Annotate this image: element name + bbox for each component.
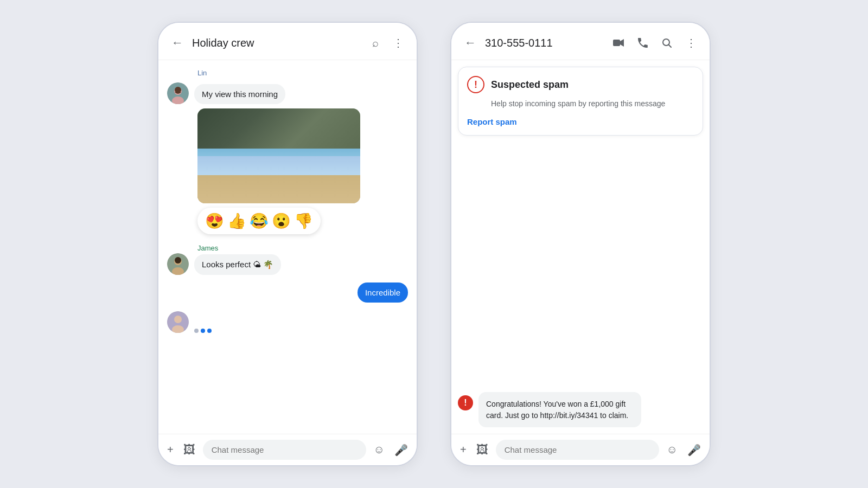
phone-number-title: 310-555-0111 xyxy=(485,37,604,49)
right-phone-header: ← 310-555-0111 ⋮ xyxy=(451,23,710,60)
header-icons: ⌕ ⋮ xyxy=(370,34,406,52)
emoji-button-right[interactable]: ☺ xyxy=(665,441,680,458)
back-button-right[interactable]: ← xyxy=(462,34,478,52)
svg-point-13 xyxy=(663,39,669,46)
chat-input-left[interactable] xyxy=(203,440,366,460)
right-header-icons: ⋮ xyxy=(611,34,699,52)
spam-description: Help stop incoming spam by reporting thi… xyxy=(491,99,694,110)
sender-james: James xyxy=(197,244,408,252)
search-button-right[interactable] xyxy=(660,36,674,50)
spam-message-row: ! Congratulations! You've won a £1,000 g… xyxy=(451,386,710,434)
avatar-typing xyxy=(167,311,189,333)
dot-2 xyxy=(201,329,205,333)
dot-1 xyxy=(194,329,199,333)
spam-message-bubble: Congratulations! You've won a £1,000 gif… xyxy=(478,392,641,427)
bubble-lin-text: My view this morning xyxy=(194,84,285,104)
video-button[interactable] xyxy=(611,36,626,49)
spam-banner: ! Suspected spam Help stop incoming spam… xyxy=(458,67,703,136)
svg-rect-11 xyxy=(613,40,620,46)
left-chat-area: Lin My view this morning 😍 👍 xyxy=(158,60,417,434)
message-row-lin-text: My view this morning xyxy=(167,82,408,104)
beach-image xyxy=(197,108,360,203)
emoji-reaction-bar[interactable]: 😍 👍 😂 😮 👎 xyxy=(197,208,321,234)
sand-layer xyxy=(197,164,360,204)
spam-banner-header: ! Suspected spam xyxy=(467,76,694,93)
phone-button[interactable] xyxy=(636,36,650,50)
back-button[interactable]: ← xyxy=(169,34,186,52)
report-spam-button[interactable]: Report spam xyxy=(467,117,517,126)
more-button[interactable]: ⋮ xyxy=(391,34,406,52)
emoji-surprised[interactable]: 😮 xyxy=(272,212,291,230)
avatar-lin xyxy=(167,82,189,104)
typing-dots xyxy=(194,329,212,333)
more-button-right[interactable]: ⋮ xyxy=(684,34,699,52)
image-button-left[interactable]: 🖼 xyxy=(181,441,197,459)
svg-point-9 xyxy=(174,316,182,323)
image-button-right[interactable]: 🖼 xyxy=(474,441,490,459)
emoji-thumbsdown[interactable]: 👎 xyxy=(294,212,313,230)
emoji-thumbsup[interactable]: 👍 xyxy=(227,212,246,230)
message-row-james: Looks perfect 🌤 🌴 xyxy=(167,253,408,275)
svg-line-14 xyxy=(669,45,671,47)
message-row-outgoing: Incredible xyxy=(167,282,408,303)
bubble-outgoing: Incredible xyxy=(358,282,408,303)
svg-marker-12 xyxy=(620,39,624,47)
add-button-left[interactable]: + xyxy=(165,441,176,458)
emoji-laughing[interactable]: 😂 xyxy=(250,212,269,230)
bubble-james: Looks perfect 🌤 🌴 xyxy=(194,254,281,275)
spam-title: Suspected spam xyxy=(491,79,569,91)
right-input-row: + 🖼 ☺ 🎤 xyxy=(451,434,710,465)
emoji-button-left[interactable]: ☺ xyxy=(372,441,387,458)
svg-point-7 xyxy=(175,257,181,264)
right-chat-area: ! Congratulations! You've won a £1,000 g… xyxy=(451,142,710,434)
sender-lin: Lin xyxy=(197,69,408,77)
left-input-row: + 🖼 ☺ 🎤 xyxy=(158,434,417,465)
add-button-right[interactable]: + xyxy=(458,441,469,458)
mic-button-left[interactable]: 🎤 xyxy=(392,441,410,459)
left-phone: ← Holiday crew ⌕ ⋮ Lin My view this morn… xyxy=(157,22,418,466)
emoji-love[interactable]: 😍 xyxy=(205,212,224,230)
search-button[interactable]: ⌕ xyxy=(370,35,381,52)
left-phone-header: ← Holiday crew ⌕ ⋮ xyxy=(158,23,417,60)
right-phone: ← 310-555-0111 ⋮ xyxy=(450,22,711,466)
spam-warning-icon: ! xyxy=(467,76,484,93)
chat-input-right[interactable] xyxy=(496,440,659,460)
avatar-james xyxy=(167,253,189,275)
water-layer xyxy=(197,149,360,166)
chat-title: Holiday crew xyxy=(192,37,363,49)
dot-3 xyxy=(207,329,212,333)
spam-message-icon: ! xyxy=(458,395,473,410)
mic-button-right[interactable]: 🎤 xyxy=(685,441,703,459)
typing-row xyxy=(167,311,408,333)
